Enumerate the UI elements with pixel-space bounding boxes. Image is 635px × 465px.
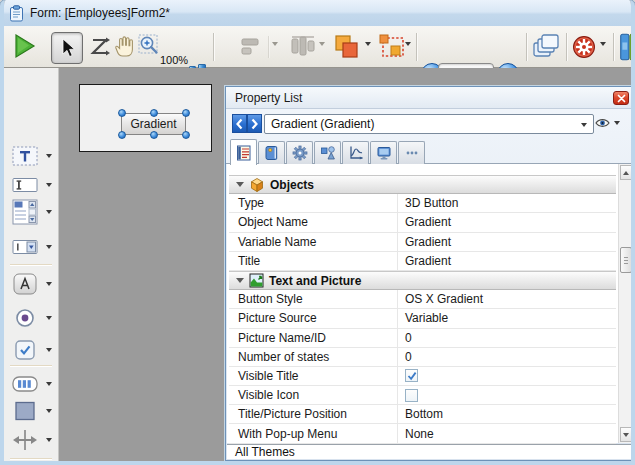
object-selector-dropdown[interactable]: Gradient (Gradient) [264, 114, 594, 134]
property-row-variable-name[interactable]: Variable Name Gradient [229, 233, 616, 252]
tab-property-list[interactable] [230, 139, 257, 165]
settings-dropdown-arrow[interactable] [600, 42, 606, 46]
property-grid: Objects Type 3D Button Object Name Gradi… [227, 164, 633, 443]
group-dropdown-arrow[interactable] [405, 42, 411, 46]
gear-icon [572, 35, 596, 59]
dropdown-arrow[interactable] [46, 409, 52, 413]
close-panel-button[interactable] [613, 91, 629, 105]
splitter-tool[interactable] [12, 427, 58, 453]
property-row-type[interactable]: Type 3D Button [229, 194, 616, 213]
form-page-area[interactable]: Gradient [79, 84, 212, 152]
toolbar-separator [416, 33, 417, 61]
align-dropdown-arrow[interactable] [272, 42, 278, 46]
section-header-text-and-picture[interactable]: Text and Picture [229, 271, 616, 290]
scroll-down-button[interactable] [620, 427, 632, 442]
collapse-triangle-icon[interactable] [236, 182, 244, 187]
toolbar-separator [268, 36, 269, 58]
property-row-picture-source[interactable]: Picture Source Variable [229, 309, 616, 328]
picture-icon [249, 273, 264, 288]
visible-icon-checkbox[interactable] [405, 389, 418, 402]
checkbox-tool[interactable] [12, 337, 58, 363]
up-arrow-icon [623, 171, 629, 175]
scroll-up-button[interactable] [620, 165, 632, 180]
dropdown-arrow[interactable] [46, 316, 52, 320]
property-list-titlebar[interactable]: Property List [226, 87, 634, 109]
selection-handle-bottom-center[interactable] [150, 131, 158, 139]
button-tool[interactable] [12, 271, 58, 297]
pointer-tool-button[interactable] [51, 32, 83, 64]
collapse-triangle-icon[interactable] [236, 278, 244, 283]
property-row-visible-title[interactable]: Visible Title [229, 367, 616, 386]
static-text-icon [12, 146, 38, 166]
shapes-icon [320, 145, 336, 161]
books-icon [620, 32, 635, 62]
object-level-tool-button[interactable] [332, 32, 362, 62]
dropdown-arrow[interactable] [46, 183, 52, 187]
selection-handle-bottom-left[interactable] [118, 131, 126, 139]
property-row-with-popup-menu[interactable]: With Pop-up Menu None [229, 424, 616, 443]
next-object-button[interactable] [247, 114, 262, 133]
property-list-panel: Property List Gradient (Gradient) [225, 86, 635, 461]
distribute-tool-button-disabled[interactable] [288, 34, 318, 60]
button-grid-icon [12, 374, 38, 394]
scrollbar-thumb[interactable] [620, 247, 632, 273]
selection-handle-top-center[interactable] [150, 109, 158, 117]
selection-handle-bottom-right[interactable] [182, 131, 190, 139]
property-row-object-name[interactable]: Object Name Gradient [229, 213, 616, 232]
radio-button-tool[interactable] [12, 305, 58, 331]
theme-filter-label: All Themes [235, 445, 295, 459]
dropdown-arrow[interactable] [46, 438, 52, 442]
dropdown-arrow[interactable] [46, 245, 52, 249]
execute-form-button[interactable] [12, 32, 38, 60]
pan-hand-tool-button[interactable] [113, 33, 137, 59]
property-row-number-of-states[interactable]: Number of states 0 [229, 348, 616, 367]
tab-database[interactable] [258, 141, 285, 164]
tab-more[interactable] [398, 141, 425, 164]
dropdown-arrow[interactable] [46, 154, 52, 158]
group-tool-button[interactable] [378, 33, 406, 61]
rectangle-tool[interactable] [12, 398, 58, 424]
tab-events[interactable] [286, 141, 313, 164]
property-row-button-style[interactable]: Button Style OS X Gradient [229, 290, 616, 309]
level-dropdown-arrow[interactable] [365, 42, 371, 46]
dropdown-arrow[interactable] [46, 282, 52, 286]
property-grid-scrollbar[interactable] [618, 164, 633, 443]
combobox-icon [12, 237, 38, 257]
listbox-tool[interactable] [12, 199, 58, 225]
text-tool[interactable] [12, 143, 58, 169]
property-row-visible-icon[interactable]: Visible Icon [229, 386, 616, 405]
entry-order-tool-button[interactable] [88, 34, 112, 60]
sidebar-separator [10, 264, 52, 265]
property-row-title-picture-position[interactable]: Title/Picture Position Bottom [229, 405, 616, 424]
zoom-tool-button[interactable] [137, 33, 161, 59]
monitor-icon [376, 145, 392, 161]
tab-display[interactable] [370, 141, 397, 164]
combobox-tool[interactable] [12, 234, 58, 260]
stacked-forms-icon [532, 34, 560, 60]
selection-handle-top-left[interactable] [118, 109, 126, 117]
theme-filter-footer[interactable]: All Themes [227, 444, 633, 459]
dropdown-arrow[interactable] [46, 382, 52, 386]
align-tool-button-disabled[interactable] [238, 36, 266, 58]
settings-button[interactable] [571, 34, 597, 60]
dropdown-arrow[interactable] [46, 348, 52, 352]
form-list-button[interactable] [531, 33, 561, 61]
section-header-objects[interactable]: Objects [229, 175, 616, 194]
align-icon [240, 37, 264, 57]
input-field-icon [12, 175, 38, 195]
window-titlebar[interactable]: Form: [Employees]Form2* [0, 0, 635, 26]
property-row-picture-name-id[interactable]: Picture Name/ID 0 [229, 329, 616, 348]
visible-title-checkbox[interactable] [405, 369, 418, 382]
property-row-title[interactable]: Title Gradient [229, 252, 616, 271]
button-grid-tool[interactable] [12, 371, 58, 397]
dropdown-arrow[interactable] [46, 210, 52, 214]
section-title: Objects [270, 178, 314, 192]
previous-object-button[interactable] [232, 114, 247, 133]
view-options-button[interactable] [595, 117, 620, 129]
input-field-tool[interactable] [12, 172, 58, 198]
tab-resizing[interactable] [342, 141, 369, 164]
explorer-books-button[interactable] [620, 32, 635, 62]
tab-objects-shapes[interactable] [314, 141, 341, 164]
distribute-dropdown-arrow[interactable] [319, 42, 325, 46]
selection-handle-top-right[interactable] [182, 109, 190, 117]
